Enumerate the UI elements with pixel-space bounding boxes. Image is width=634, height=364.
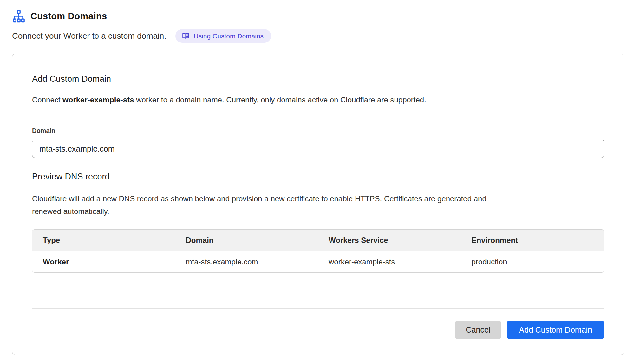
domain-input[interactable]: [32, 140, 604, 158]
worker-name: worker-example-sts: [62, 95, 134, 104]
cell-type: Worker: [32, 251, 175, 273]
column-header-domain: Domain: [175, 230, 318, 251]
intro-suffix: worker to a domain name. Currently, only…: [134, 95, 426, 104]
card-intro-text: Connect worker-example-sts worker to a d…: [32, 95, 604, 105]
add-custom-domain-button[interactable]: Add Custom Domain: [507, 321, 604, 339]
page-header: Custom Domains Connect your Worker to a …: [0, 0, 634, 43]
preview-dns-description: Cloudflare will add a new DNS record as …: [32, 192, 501, 218]
card-heading: Add Custom Domain: [32, 74, 604, 84]
dns-preview-table: Type Domain Workers Service Environment …: [32, 229, 604, 273]
add-custom-domain-card: Add Custom Domain Connect worker-example…: [12, 54, 624, 355]
page-subtitle: Connect your Worker to a custom domain.: [12, 31, 167, 41]
intro-prefix: Connect: [32, 95, 62, 104]
docs-link-label: Using Custom Domains: [194, 32, 264, 40]
docs-link-using-custom-domains[interactable]: Using Custom Domains: [175, 29, 271, 43]
column-header-environment: Environment: [461, 230, 604, 251]
cell-domain: mta-sts.example.com: [175, 251, 318, 273]
open-book-icon: [182, 32, 190, 40]
card-actions: Cancel Add Custom Domain: [32, 321, 604, 339]
domain-label: Domain: [32, 127, 604, 134]
page-title: Custom Domains: [30, 11, 107, 22]
cell-environment: production: [461, 251, 604, 273]
footer-divider: [32, 308, 604, 309]
table-header-row: Type Domain Workers Service Environment: [32, 230, 604, 251]
cell-workers-service: worker-example-sts: [318, 251, 461, 273]
cancel-button[interactable]: Cancel: [455, 321, 501, 339]
column-header-type: Type: [32, 230, 175, 251]
sitemap-icon: [12, 10, 25, 23]
preview-dns-heading: Preview DNS record: [32, 172, 604, 182]
column-header-workers-service: Workers Service: [318, 230, 461, 251]
table-row: Worker mta-sts.example.com worker-exampl…: [32, 251, 604, 273]
custom-domains-page: Custom Domains Connect your Worker to a …: [0, 0, 634, 364]
